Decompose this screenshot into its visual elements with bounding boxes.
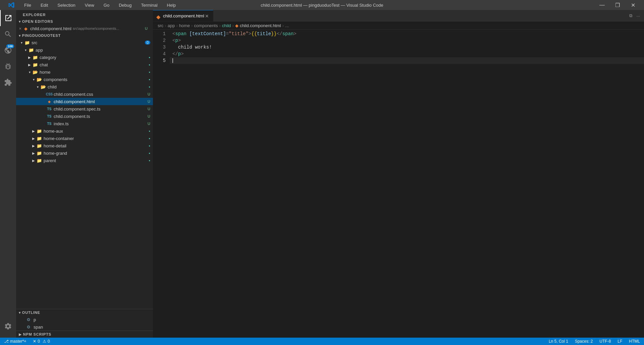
tree-item-app[interactable]: ▾ 📁 app xyxy=(16,46,153,54)
menu-view[interactable]: View xyxy=(83,2,96,8)
language-item[interactable]: HTML xyxy=(628,338,641,345)
index-ts-label: index.ts xyxy=(54,121,148,126)
breadcrumb-ellipsis[interactable]: ... xyxy=(285,23,289,28)
open-editor-filename: child.component.html xyxy=(30,26,71,31)
outline-label: OUTLINE xyxy=(22,310,40,315)
tree-item-components[interactable]: ▾ 📂 components ● xyxy=(16,76,153,83)
split-editor-button[interactable]: ⧉ xyxy=(628,12,634,19)
home-grand-chevron: ▶ xyxy=(31,151,36,155)
close-button[interactable]: ✕ xyxy=(625,0,641,10)
extensions-icon[interactable] xyxy=(0,74,16,90)
outline-header[interactable]: ▾ OUTLINE xyxy=(16,309,153,316)
editor-area: ◆ child.component.html ✕ ⧉ ··· src › app… xyxy=(153,10,644,338)
tree-item-chat[interactable]: ▶ 📁 chat ● xyxy=(16,61,153,68)
code-content[interactable]: <span [textContent]="title">{{title}}</s… xyxy=(170,30,644,338)
explorer-icon[interactable] xyxy=(0,10,16,26)
open-editors-header[interactable]: ▾ OPEN EDITORS xyxy=(16,18,153,25)
menu-edit[interactable]: Edit xyxy=(39,2,50,8)
tree-item-child[interactable]: ▾ 📂 child ● xyxy=(16,83,153,90)
eol-item[interactable]: LF xyxy=(616,338,624,345)
tree-item-home-grand[interactable]: ▶ 📁 home-grand ● xyxy=(16,149,153,157)
menu-debug[interactable]: Debug xyxy=(117,2,133,8)
spaces-item[interactable]: Spaces: 2 xyxy=(574,338,594,345)
child-label: child xyxy=(48,84,149,89)
menu-go[interactable]: Go xyxy=(102,2,111,8)
menu-terminal[interactable]: Terminal xyxy=(139,2,159,8)
tree-item-child-html[interactable]: ▶ ◆ child.component.html U xyxy=(16,98,153,105)
home-chevron: ▾ xyxy=(27,70,32,74)
tok-lt-close-p: </ xyxy=(172,51,178,57)
encoding-item[interactable]: UTF-8 xyxy=(598,338,612,345)
ts-file-icon: TS xyxy=(46,122,52,126)
tree-item-index-ts[interactable]: ▶ TS index.ts U xyxy=(16,120,153,127)
tok-child-works: child works! xyxy=(172,44,212,51)
open-editor-child-html[interactable]: ✕ ◆ child.component.html src\app\home\co… xyxy=(16,25,153,32)
components-label: components xyxy=(44,77,149,82)
tree-item-home[interactable]: ▾ 📂 home ● xyxy=(16,68,153,76)
breadcrumb-src[interactable]: src xyxy=(158,23,163,28)
status-bar: ⎇ master*+ ✕ 0 ⚠ 0 Ln 5, Col 1 Spaces: 2… xyxy=(0,338,644,345)
titlebar-controls[interactable]: — ❐ ✕ xyxy=(594,0,641,10)
tok-textcontent-attr: [textContent] xyxy=(189,30,226,37)
close-editor-icon[interactable]: ✕ xyxy=(19,27,21,30)
breadcrumb-components[interactable]: components xyxy=(194,23,218,28)
tree-item-home-container[interactable]: ▶ 📁 home-container ● xyxy=(16,135,153,142)
outline-chevron: ▾ xyxy=(19,311,21,315)
git-branch-item[interactable]: ⎇ master*+ xyxy=(3,338,28,345)
settings-icon[interactable] xyxy=(0,318,16,334)
search-icon[interactable] xyxy=(0,26,16,42)
position-item[interactable]: Ln 5, Col 1 xyxy=(547,338,570,345)
folder-icon: 📁 xyxy=(32,62,38,67)
tree-item-child-ts[interactable]: ▶ TS child.component.ts U xyxy=(16,113,153,120)
child-chevron: ▾ xyxy=(35,85,40,89)
git-branch-label: master*+ xyxy=(10,339,26,344)
tab-close-button[interactable]: ✕ xyxy=(204,13,210,19)
tree-item-child-spec[interactable]: ▶ TS child.component.spec.ts U xyxy=(16,105,153,113)
outline-item-p[interactable]: ⊙ p xyxy=(16,316,153,323)
child-spec-label: child.component.spec.ts xyxy=(54,107,148,112)
tab-actions[interactable]: ⧉ ··· xyxy=(628,10,644,21)
src-chevron: ▾ xyxy=(19,41,24,45)
spaces-label: Spaces: 2 xyxy=(575,339,593,344)
errors-item[interactable]: ✕ 0 ⚠ 0 xyxy=(32,338,51,345)
breadcrumb-child[interactable]: child xyxy=(222,23,231,28)
menu-file[interactable]: File xyxy=(22,2,33,8)
tree-item-home-aux[interactable]: ▶ 📁 home-aux ● xyxy=(16,127,153,135)
breadcrumb-app[interactable]: app xyxy=(168,23,175,28)
line-numbers: 1 2 3 4 5 xyxy=(153,30,170,338)
tree-item-category[interactable]: ▶ 📁 category ● xyxy=(16,54,153,61)
titlebar-menu[interactable]: File Edit Selection View Go Debug Termin… xyxy=(22,2,178,8)
index-ts-badge: U xyxy=(148,122,150,126)
folder-open-icon: 📂 xyxy=(40,84,46,89)
code-line-4: </p> xyxy=(170,51,644,57)
more-actions-button[interactable]: ··· xyxy=(635,13,641,19)
tok-lt-close-span: </ xyxy=(277,30,282,37)
project-header[interactable]: ▾ PINGDUODUOTEST xyxy=(16,32,153,39)
minimize-button[interactable]: — xyxy=(594,0,610,10)
tok-dbl-close: }} xyxy=(271,30,277,37)
tok-title-expr: title xyxy=(257,30,271,37)
npm-header[interactable]: ▶ NPM SCRIPTS xyxy=(16,331,153,338)
breadcrumb-home[interactable]: home xyxy=(179,23,190,28)
menu-help[interactable]: Help xyxy=(165,2,178,8)
warning-icon: ⚠ xyxy=(43,339,46,344)
tree-item-home-detail[interactable]: ▶ 📁 home-detail ● xyxy=(16,142,153,149)
tree-item-src[interactable]: ▾ 📁 src 0 xyxy=(16,39,153,46)
open-editor-path: src\app\home\components... xyxy=(73,26,119,30)
tab-child-html[interactable]: ◆ child.component.html ✕ xyxy=(153,10,213,21)
src-label: src xyxy=(32,40,145,45)
menu-selection[interactable]: Selection xyxy=(55,2,77,8)
code-line-1: <span [textContent]="title">{{title}}</s… xyxy=(170,30,644,37)
code-editor[interactable]: 1 2 3 4 5 <span [textContent]="title">{{… xyxy=(153,30,644,338)
debug-icon[interactable] xyxy=(0,58,16,74)
restore-button[interactable]: ❐ xyxy=(610,0,625,10)
git-branch-icon: ⎇ xyxy=(4,339,9,344)
outline-item-span[interactable]: ⊙ span xyxy=(16,323,153,331)
breadcrumb-filename[interactable]: child.component.html xyxy=(240,23,281,28)
tab-html-icon: ◆ xyxy=(156,14,161,18)
outline-section: ▾ OUTLINE ⊙ p ⊙ span xyxy=(16,309,153,331)
position-label: Ln 5, Col 1 xyxy=(549,339,568,344)
tree-item-parent[interactable]: ▶ 📁 parent ● xyxy=(16,157,153,164)
source-control-icon[interactable]: 108 xyxy=(0,42,16,58)
tree-item-child-css[interactable]: ▶ CSS child.component.css U xyxy=(16,90,153,98)
